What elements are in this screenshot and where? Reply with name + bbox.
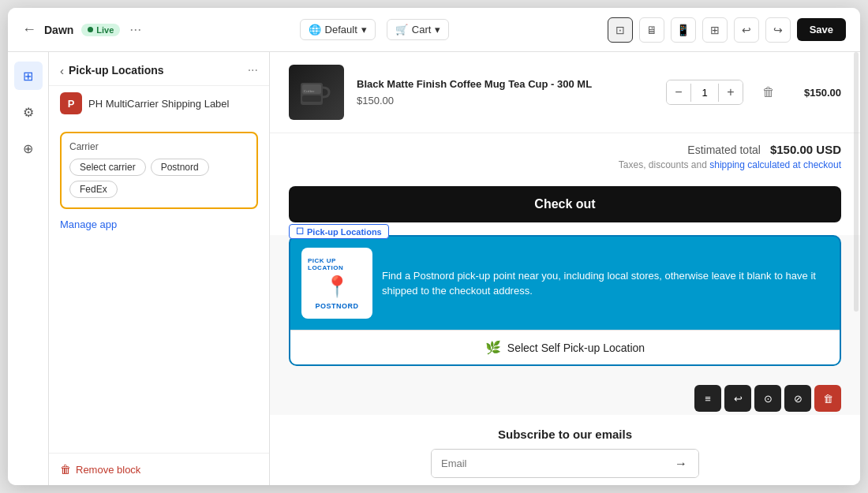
- panel-dots-button[interactable]: ···: [248, 63, 258, 77]
- cart-item-row: Coffee Black Matte Finish Coffee Mug Tea…: [270, 52, 860, 133]
- sidebar-item-settings[interactable]: ⚙: [14, 98, 43, 126]
- select-tool-button[interactable]: ⊡: [608, 17, 633, 43]
- desktop-view-button[interactable]: 🖥: [639, 17, 664, 43]
- save-button[interactable]: Save: [797, 18, 846, 41]
- main-area: ⊞ ⚙ ⊕ ‹ Pick-up Locations ··· P PH Multi…: [8, 52, 860, 485]
- undo-button[interactable]: ↩: [734, 17, 759, 43]
- manage-app-link[interactable]: Manage app: [49, 211, 128, 238]
- mobile-view-button[interactable]: 📱: [671, 17, 696, 43]
- delete-item-button[interactable]: 🗑: [756, 82, 781, 103]
- carrier-chips: Select carrier Postnord FedEx: [69, 159, 249, 198]
- pickup-label-tag[interactable]: ☐ Pick-up Locations: [289, 224, 389, 239]
- back-icon[interactable]: ←: [22, 21, 36, 38]
- topbar: ← Dawn Live ··· 🌐 Default ▾ 🛒 Cart ▾ ⊡ 🖥: [8, 8, 860, 52]
- taxes-note: Taxes, discounts and shipping calculated…: [289, 156, 841, 180]
- email-input-row: →: [431, 449, 699, 478]
- globe-icon: 🌐: [309, 24, 321, 35]
- popup-toolbar: ≡ ↩ ⊙ ⊘ 🗑: [270, 379, 860, 415]
- pickup-popup: pick up location 📍 postnord Find a Postn…: [289, 235, 841, 366]
- left-panel-title-row: ‹ Pick-up Locations: [60, 64, 164, 77]
- quantity-control: − 1 +: [666, 80, 743, 105]
- left-panel-content: P PH MultiCarrier Shipping Label Carrier…: [49, 86, 269, 453]
- topbar-dots-button[interactable]: ···: [129, 21, 141, 38]
- estimated-label: Estimated total: [687, 144, 761, 156]
- sidebar-icon-rail: ⊞ ⚙ ⊕: [8, 52, 49, 485]
- topbar-left: ← Dawn Live ···: [22, 21, 141, 38]
- app-name-label: PH MultiCarrier Shipping Label: [88, 98, 229, 110]
- product-details: Black Matte Finish Coffee Mug Tea Cup - …: [357, 78, 653, 106]
- mug-illustration: Coffee: [293, 69, 340, 116]
- chevron-down-icon: ▾: [361, 24, 367, 35]
- totals-section: Estimated total $150.00 USD Taxes, disco…: [270, 133, 860, 186]
- carrier-section: Carrier Select carrier Postnord FedEx: [60, 132, 258, 209]
- pickup-content: pick up location 📍 postnord Find a Postn…: [290, 237, 840, 330]
- checkout-button[interactable]: Check out: [289, 186, 841, 222]
- subscribe-section: Subscribe to our emails →: [270, 415, 860, 485]
- cart-dropdown[interactable]: 🛒 Cart ▾: [387, 19, 450, 40]
- app-row: P PH MultiCarrier Shipping Label: [49, 86, 269, 124]
- live-dot: [88, 27, 93, 32]
- topbar-center: 🌐 Default ▾ 🛒 Cart ▾: [151, 19, 597, 40]
- sidebar-item-apps[interactable]: ⊕: [14, 134, 43, 162]
- svg-text:Coffee: Coffee: [304, 89, 315, 93]
- preview-area: Coffee Black Matte Finish Coffee Mug Tea…: [270, 52, 860, 485]
- item-total: $150.00: [794, 87, 841, 99]
- postnord-logo-text: postnord: [315, 302, 358, 310]
- product-price: $150.00: [357, 95, 653, 106]
- toolbar-action-hide[interactable]: ⊘: [784, 385, 811, 412]
- live-badge: Live: [81, 24, 120, 36]
- quantity-decrease-button[interactable]: −: [667, 80, 690, 104]
- app-icon: P: [60, 92, 82, 114]
- postnord-logo-box: pick up location 📍 postnord: [301, 248, 372, 319]
- carrier-label: Carrier: [69, 141, 249, 152]
- left-panel-header: ‹ Pick-up Locations ···: [49, 52, 269, 86]
- leaf-icon: 🌿: [485, 340, 501, 355]
- sidebar-item-sections[interactable]: ⊞: [14, 62, 43, 90]
- panel-title: Pick-up Locations: [69, 64, 164, 77]
- toolbar-action-delete[interactable]: 🗑: [814, 385, 841, 412]
- chevron-down-icon: ▾: [435, 24, 440, 35]
- remove-block-button[interactable]: 🗑 Remove block: [49, 453, 269, 485]
- select-pickup-button[interactable]: 🌿 Select Self Pick-up Location: [290, 330, 840, 364]
- pickup-tag-icon: ☐: [296, 226, 304, 237]
- redo-button[interactable]: ↪: [765, 17, 791, 43]
- product-image: Coffee: [289, 65, 344, 120]
- fullscreen-button[interactable]: ⊞: [702, 17, 728, 43]
- remove-block-icon: 🗑: [60, 463, 71, 476]
- left-panel: ‹ Pick-up Locations ··· P PH MultiCarrie…: [49, 52, 270, 485]
- subscribe-title: Subscribe to our emails: [289, 428, 841, 441]
- preview-scrollbar[interactable]: [854, 52, 859, 312]
- quantity-increase-button[interactable]: +: [719, 80, 743, 104]
- preview-scroll[interactable]: Coffee Black Matte Finish Coffee Mug Tea…: [270, 52, 860, 485]
- pickup-location-text: pick up location: [308, 257, 366, 271]
- product-name: Black Matte Finish Coffee Mug Tea Cup - …: [357, 78, 653, 92]
- product-img-inner: Coffee: [289, 65, 344, 120]
- carrier-chip-select[interactable]: Select carrier: [69, 159, 146, 176]
- svg-rect-2: [302, 95, 321, 102]
- toolbar-action-copy[interactable]: ⊙: [754, 385, 781, 412]
- estimated-total-row: Estimated total $150.00 USD: [289, 143, 841, 156]
- carrier-chip-fedex[interactable]: FedEx: [69, 181, 118, 198]
- quantity-value: 1: [690, 84, 719, 102]
- pickup-popup-wrapper: ☐ Pick-up Locations pick up location 📍 p…: [289, 235, 841, 366]
- pickup-description: Find a Postnord pick-up point near you, …: [382, 268, 829, 299]
- store-name: Dawn: [44, 24, 73, 36]
- topbar-right: ⊡ 🖥 📱 ⊞ ↩ ↪ Save: [608, 17, 846, 43]
- estimated-amount: $150.00 USD: [770, 143, 841, 156]
- carrier-chip-postnord[interactable]: Postnord: [151, 159, 209, 176]
- cart-icon: 🛒: [395, 24, 408, 35]
- panel-back-button[interactable]: ‹: [60, 64, 64, 77]
- email-submit-button[interactable]: →: [664, 450, 698, 477]
- toolbar-action-reorder[interactable]: ≡: [694, 385, 721, 412]
- toolbar-action-undo[interactable]: ↩: [724, 385, 751, 412]
- email-input[interactable]: [432, 450, 664, 477]
- location-pin-icon: 📍: [324, 275, 350, 299]
- default-dropdown[interactable]: 🌐 Default ▾: [300, 19, 376, 40]
- shipping-link[interactable]: shipping calculated at checkout: [709, 159, 841, 170]
